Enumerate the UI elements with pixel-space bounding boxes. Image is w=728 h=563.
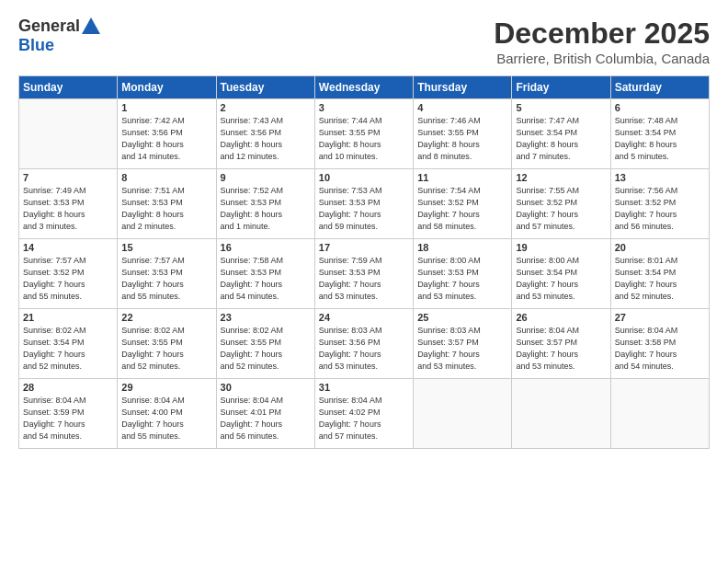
day-info: Sunrise: 7:58 AMSunset: 3:53 PMDaylight:… [221,255,311,303]
day-info: Sunrise: 8:03 AMSunset: 3:56 PMDaylight:… [319,325,409,373]
day-cell: 13Sunrise: 7:56 AMSunset: 3:52 PMDayligh… [610,169,709,239]
day-cell: 24Sunrise: 8:03 AMSunset: 3:56 PMDayligh… [314,309,413,379]
day-cell: 30Sunrise: 8:04 AMSunset: 4:01 PMDayligh… [216,379,314,449]
week-row-1: 7Sunrise: 7:49 AMSunset: 3:53 PMDaylight… [19,169,710,239]
day-cell: 9Sunrise: 7:52 AMSunset: 3:53 PMDaylight… [216,169,314,239]
day-number: 29 [121,382,211,393]
day-cell: 6Sunrise: 7:48 AMSunset: 3:54 PMDaylight… [610,99,709,169]
day-cell: 18Sunrise: 8:00 AMSunset: 3:53 PMDayligh… [414,239,512,309]
day-number: 23 [221,312,311,323]
day-info: Sunrise: 8:04 AMSunset: 4:02 PMDaylight:… [319,395,409,442]
day-cell: 26Sunrise: 8:04 AMSunset: 3:57 PMDayligh… [512,309,610,379]
day-number: 1 [121,102,211,113]
page: General Blue December 2025 Barriere, Bri… [0,0,728,563]
week-row-3: 21Sunrise: 8:02 AMSunset: 3:54 PMDayligh… [19,309,710,379]
day-info: Sunrise: 8:04 AMSunset: 3:59 PMDaylight:… [23,395,113,442]
header-row: SundayMondayTuesdayWednesdayThursdayFrid… [19,76,710,99]
week-row-4: 28Sunrise: 8:04 AMSunset: 3:59 PMDayligh… [19,379,710,449]
day-info: Sunrise: 7:44 AMSunset: 3:55 PMDaylight:… [319,115,409,163]
calendar-table: SundayMondayTuesdayWednesdayThursdayFrid… [18,75,710,449]
day-info: Sunrise: 8:04 AMSunset: 4:01 PMDaylight:… [221,395,311,442]
day-info: Sunrise: 8:02 AMSunset: 3:54 PMDaylight:… [23,325,113,373]
day-cell: 7Sunrise: 7:49 AMSunset: 3:53 PMDaylight… [19,169,118,239]
day-cell: 21Sunrise: 8:02 AMSunset: 3:54 PMDayligh… [19,309,118,379]
day-number: 28 [23,382,113,393]
day-info: Sunrise: 8:03 AMSunset: 3:57 PMDaylight:… [417,325,507,373]
day-number: 22 [121,312,211,323]
day-info: Sunrise: 7:47 AMSunset: 3:54 PMDaylight:… [516,115,606,163]
day-info: Sunrise: 7:57 AMSunset: 3:53 PMDaylight:… [121,255,211,303]
day-cell: 5Sunrise: 7:47 AMSunset: 3:54 PMDaylight… [512,99,610,169]
day-cell [610,379,709,449]
day-info: Sunrise: 7:48 AMSunset: 3:54 PMDaylight:… [615,115,705,163]
day-info: Sunrise: 8:00 AMSunset: 3:53 PMDaylight:… [417,255,507,303]
week-row-0: 1Sunrise: 7:42 AMSunset: 3:56 PMDaylight… [19,99,710,169]
col-header-saturday: Saturday [610,76,709,99]
day-number: 15 [121,242,211,253]
day-number: 19 [516,242,606,253]
col-header-monday: Monday [118,76,216,99]
day-info: Sunrise: 7:53 AMSunset: 3:53 PMDaylight:… [319,185,409,233]
col-header-wednesday: Wednesday [314,76,413,99]
col-header-thursday: Thursday [414,76,512,99]
day-cell: 8Sunrise: 7:51 AMSunset: 3:53 PMDaylight… [118,169,216,239]
main-title: December 2025 [494,17,710,51]
day-info: Sunrise: 8:02 AMSunset: 3:55 PMDaylight:… [221,325,311,373]
logo: General Blue [18,17,100,55]
day-info: Sunrise: 7:59 AMSunset: 3:53 PMDaylight:… [319,255,409,303]
day-info: Sunrise: 7:49 AMSunset: 3:53 PMDaylight:… [23,185,113,233]
day-number: 12 [516,172,606,183]
logo-blue: Blue [18,36,54,55]
day-info: Sunrise: 8:04 AMSunset: 4:00 PMDaylight:… [121,395,211,442]
day-number: 4 [417,102,507,113]
day-number: 17 [319,242,409,253]
day-number: 18 [417,242,507,253]
day-info: Sunrise: 7:51 AMSunset: 3:53 PMDaylight:… [121,185,211,233]
day-number: 5 [516,102,606,113]
day-cell: 10Sunrise: 7:53 AMSunset: 3:53 PMDayligh… [314,169,413,239]
day-cell: 4Sunrise: 7:46 AMSunset: 3:55 PMDaylight… [414,99,512,169]
day-cell: 11Sunrise: 7:54 AMSunset: 3:52 PMDayligh… [414,169,512,239]
day-number: 31 [319,382,409,393]
subtitle: Barriere, British Columbia, Canada [494,51,710,66]
day-cell: 22Sunrise: 8:02 AMSunset: 3:55 PMDayligh… [118,309,216,379]
day-info: Sunrise: 7:42 AMSunset: 3:56 PMDaylight:… [121,115,211,163]
day-number: 25 [417,312,507,323]
day-cell: 16Sunrise: 7:58 AMSunset: 3:53 PMDayligh… [216,239,314,309]
day-cell: 28Sunrise: 8:04 AMSunset: 3:59 PMDayligh… [19,379,118,449]
day-info: Sunrise: 8:01 AMSunset: 3:54 PMDaylight:… [615,255,705,303]
week-row-2: 14Sunrise: 7:57 AMSunset: 3:52 PMDayligh… [19,239,710,309]
day-number: 16 [221,242,311,253]
day-info: Sunrise: 8:04 AMSunset: 3:58 PMDaylight:… [615,325,705,373]
day-cell: 31Sunrise: 8:04 AMSunset: 4:02 PMDayligh… [314,379,413,449]
header: General Blue December 2025 Barriere, Bri… [18,17,710,66]
day-cell: 2Sunrise: 7:43 AMSunset: 3:56 PMDaylight… [216,99,314,169]
day-cell [414,379,512,449]
day-number: 2 [221,102,311,113]
col-header-sunday: Sunday [19,76,118,99]
col-header-tuesday: Tuesday [216,76,314,99]
day-number: 9 [221,172,311,183]
day-number: 8 [121,172,211,183]
day-cell: 17Sunrise: 7:59 AMSunset: 3:53 PMDayligh… [314,239,413,309]
day-cell: 20Sunrise: 8:01 AMSunset: 3:54 PMDayligh… [610,239,709,309]
day-number: 26 [516,312,606,323]
day-number: 11 [417,172,507,183]
day-cell [19,99,118,169]
title-block: December 2025 Barriere, British Columbia… [494,17,710,66]
day-cell: 19Sunrise: 8:00 AMSunset: 3:54 PMDayligh… [512,239,610,309]
day-info: Sunrise: 8:00 AMSunset: 3:54 PMDaylight:… [516,255,606,303]
day-number: 10 [319,172,409,183]
day-number: 24 [319,312,409,323]
day-info: Sunrise: 7:43 AMSunset: 3:56 PMDaylight:… [221,115,311,163]
day-info: Sunrise: 8:02 AMSunset: 3:55 PMDaylight:… [121,325,211,373]
day-number: 14 [23,242,113,253]
day-number: 6 [615,102,705,113]
day-cell: 25Sunrise: 8:03 AMSunset: 3:57 PMDayligh… [414,309,512,379]
day-info: Sunrise: 8:04 AMSunset: 3:57 PMDaylight:… [516,325,606,373]
day-info: Sunrise: 7:46 AMSunset: 3:55 PMDaylight:… [417,115,507,163]
day-info: Sunrise: 7:52 AMSunset: 3:53 PMDaylight:… [221,185,311,233]
day-number: 21 [23,312,113,323]
day-cell: 3Sunrise: 7:44 AMSunset: 3:55 PMDaylight… [314,99,413,169]
day-number: 30 [221,382,311,393]
